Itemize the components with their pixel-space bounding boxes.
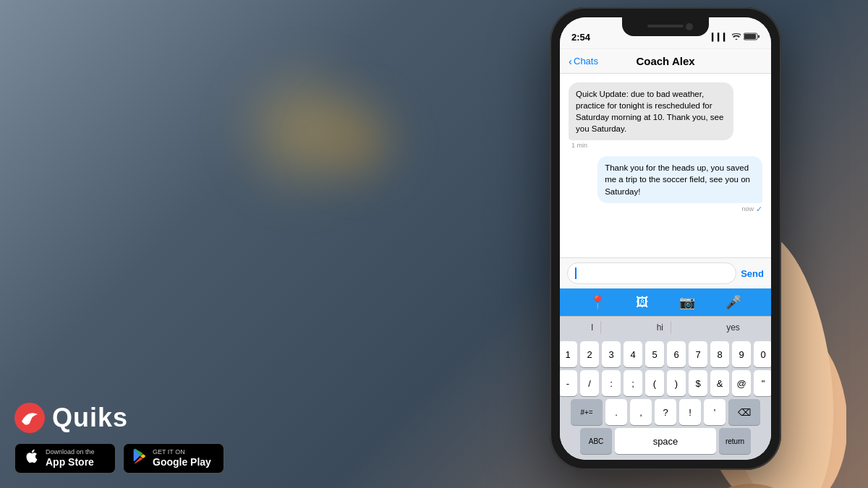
phone-screen: 2:54 ▎▎▎ ‹ Chats Coach Alex — [560, 17, 771, 460]
bg-bokeh-2 — [304, 87, 412, 195]
chat-toolbar: 📍 🖼 📷 🎤 — [560, 288, 771, 316]
svg-rect-1 — [744, 34, 756, 39]
message-footer: now ✓ — [597, 205, 762, 214]
key-exclaim[interactable]: ! — [679, 399, 701, 425]
back-button[interactable]: ‹ Chats — [569, 55, 598, 67]
message-text-sent: Thank you for the heads up, you saved me… — [605, 163, 750, 195]
microphone-icon[interactable]: 🎤 — [726, 294, 741, 310]
key-return[interactable]: return — [719, 428, 751, 454]
suggest-2[interactable]: hi — [650, 321, 671, 334]
send-button[interactable]: Send — [741, 268, 764, 279]
key-symbols[interactable]: #+= — [571, 399, 603, 425]
google-play-icon — [132, 448, 147, 468]
signal-icon: ▎▎▎ — [712, 33, 729, 41]
message-received-1: Quick Update: due to bad weather, practi… — [569, 82, 733, 149]
key-quote[interactable]: " — [754, 370, 771, 396]
google-play-text: GET IT ON Google Play — [153, 448, 211, 468]
keyboard: 1 2 3 4 5 6 7 8 9 0 - / : ; ( ) — [560, 338, 771, 460]
key-comma[interactable]: , — [630, 399, 652, 425]
wifi-icon — [732, 33, 741, 41]
battery-icon — [744, 33, 760, 42]
keyboard-row-2: - / : ; ( ) $ & @ " — [561, 370, 770, 396]
key-slash[interactable]: / — [580, 370, 599, 396]
message-input[interactable] — [567, 262, 736, 284]
key-space[interactable]: space — [615, 428, 716, 454]
suggest-1[interactable]: I — [584, 321, 601, 334]
key-question[interactable]: ? — [655, 399, 676, 425]
chat-header: ‹ Chats Coach Alex — [560, 49, 771, 74]
message-time: 1 min — [569, 142, 733, 149]
key-apostrophe[interactable]: ' — [704, 399, 726, 425]
app-store-text: Download on the App Store — [46, 448, 95, 468]
svg-rect-2 — [758, 35, 760, 38]
messages-area: Quick Update: due to bad weather, practi… — [560, 74, 771, 257]
back-arrow-icon: ‹ — [569, 55, 572, 67]
phone-camera — [686, 23, 693, 30]
key-0[interactable]: 0 — [754, 341, 771, 367]
key-dash[interactable]: - — [560, 370, 577, 396]
app-store-button[interactable]: Download on the App Store — [14, 443, 116, 474]
key-semicolon[interactable]: ; — [624, 370, 642, 396]
message-input-area: Send — [560, 257, 771, 288]
apple-icon — [24, 448, 40, 468]
google-play-sub: GET IT ON — [153, 448, 211, 456]
key-2[interactable]: 2 — [580, 341, 599, 367]
key-9[interactable]: 9 — [732, 341, 751, 367]
message-bubble-received: Quick Update: due to bad weather, practi… — [569, 82, 733, 140]
phone-wrapper: 2:54 ▎▎▎ ‹ Chats Coach Alex — [535, 7, 796, 484]
quiks-logo-icon — [14, 403, 45, 433]
phone-body: 2:54 ▎▎▎ ‹ Chats Coach Alex — [550, 7, 781, 470]
phone-notch — [622, 17, 709, 36]
key-1[interactable]: 1 — [560, 341, 577, 367]
key-lparen[interactable]: ( — [645, 370, 664, 396]
app-store-main: App Store — [46, 456, 95, 468]
key-6[interactable]: 6 — [667, 341, 686, 367]
phone-speaker — [647, 25, 684, 27]
quiks-logo: Quiks — [14, 403, 224, 433]
keyboard-row-3: #+= . , ? ! ' ⌫ — [561, 399, 770, 425]
key-at[interactable]: @ — [732, 370, 751, 396]
key-5[interactable]: 5 — [645, 341, 664, 367]
message-sent-time: now — [741, 205, 754, 213]
key-colon[interactable]: : — [602, 370, 621, 396]
read-checkmark-icon: ✓ — [756, 205, 762, 214]
image-icon[interactable]: 🖼 — [636, 295, 649, 310]
key-abc[interactable]: ABC — [580, 428, 612, 454]
back-label: Chats — [574, 56, 598, 67]
camera-icon[interactable]: 📷 — [679, 294, 695, 310]
location-icon[interactable]: 📍 — [590, 294, 605, 310]
suggest-3[interactable]: yes — [719, 321, 747, 334]
quiks-brand-name: Quiks — [52, 403, 128, 433]
key-rparen[interactable]: ) — [667, 370, 686, 396]
key-3[interactable]: 3 — [602, 341, 621, 367]
key-period[interactable]: . — [605, 399, 627, 425]
google-play-button[interactable]: GET IT ON Google Play — [123, 443, 224, 474]
message-text: Quick Update: due to bad weather, practi… — [576, 90, 723, 133]
key-7[interactable]: 7 — [689, 341, 707, 367]
chat-title: Coach Alex — [636, 55, 694, 67]
key-amp[interactable]: & — [710, 370, 729, 396]
branding-section: Quiks Download on the App Store GET IT O… — [14, 403, 224, 474]
key-delete[interactable]: ⌫ — [728, 399, 760, 425]
key-4[interactable]: 4 — [624, 341, 642, 367]
key-dollar[interactable]: $ — [689, 370, 707, 396]
keyboard-row-4: ABC space return — [561, 428, 770, 454]
app-store-sub: Download on the — [46, 448, 95, 456]
store-buttons: Download on the App Store GET IT ON Goog… — [14, 443, 224, 474]
message-sent-1: Thank you for the heads up, you saved me… — [597, 156, 762, 213]
status-icons: ▎▎▎ — [712, 33, 760, 42]
keyboard-row-1: 1 2 3 4 5 6 7 8 9 0 — [561, 341, 770, 367]
status-time: 2:54 — [571, 32, 590, 43]
keyboard-suggestions: I hi yes — [560, 316, 771, 338]
google-play-main: Google Play — [153, 456, 211, 468]
key-8[interactable]: 8 — [710, 341, 729, 367]
message-bubble-sent: Thank you for the heads up, you saved me… — [597, 156, 762, 202]
